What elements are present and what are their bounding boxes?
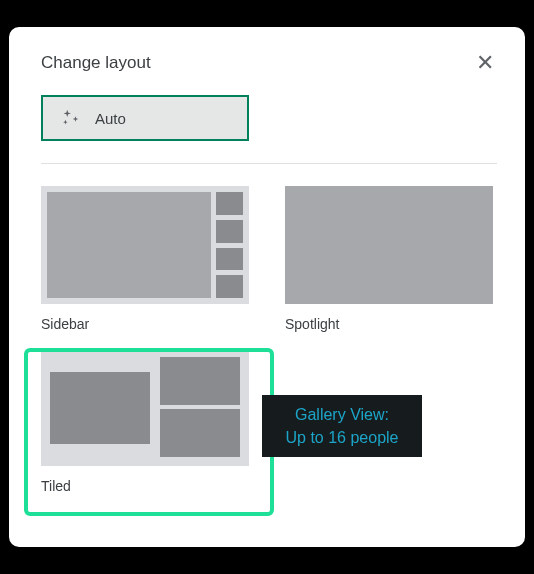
layout-option-tiled[interactable]: Tiled: [41, 348, 249, 494]
tooltip-line-1: Gallery View:: [268, 403, 416, 426]
layout-option-auto[interactable]: Auto: [41, 95, 249, 141]
annotation-tooltip: Gallery View: Up to 16 people: [262, 395, 422, 457]
close-button[interactable]: ✕: [473, 51, 497, 75]
layout-option-spotlight[interactable]: Spotlight: [285, 186, 493, 332]
divider: [41, 163, 497, 164]
tiled-thumbnail: [41, 348, 249, 466]
spotlight-thumbnail: [285, 186, 493, 304]
change-layout-dialog: Change layout ✕ Auto Sidebar: [9, 27, 525, 547]
tiled-option-label: Tiled: [41, 478, 249, 494]
close-icon: ✕: [476, 52, 494, 74]
auto-option-label: Auto: [95, 110, 126, 127]
dialog-title: Change layout: [41, 53, 151, 73]
sparkle-icon: [59, 107, 81, 129]
sidebar-option-label: Sidebar: [41, 316, 249, 332]
spotlight-option-label: Spotlight: [285, 316, 493, 332]
sidebar-thumbnail: [41, 186, 249, 304]
layout-option-sidebar[interactable]: Sidebar: [41, 186, 249, 332]
auto-row: Auto: [41, 95, 497, 141]
tooltip-line-2: Up to 16 people: [268, 426, 416, 449]
dialog-header: Change layout ✕: [41, 51, 497, 75]
